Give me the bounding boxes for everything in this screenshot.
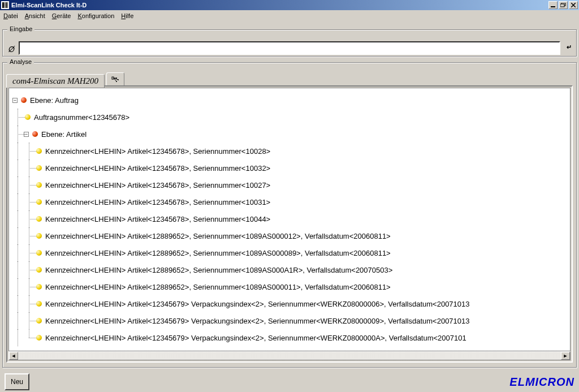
red-bullet-icon bbox=[21, 97, 27, 103]
menu-geraete[interactable]: Geräte bbox=[52, 12, 71, 19]
tabstrip: com4-Elmiscan MAH200 bbox=[6, 72, 573, 85]
yellow-bullet-icon bbox=[36, 267, 42, 273]
eingabe-input[interactable] bbox=[19, 41, 560, 55]
tree-label: Kennzeichner<LHEHIN> Artikel<12345679> V… bbox=[45, 317, 470, 325]
tree-label: Kennzeichner<LHEHIN> Artikel<12345679> V… bbox=[45, 300, 470, 308]
tree-row[interactable]: Kennzeichner<LHEHIN> Artikel<12889652>, … bbox=[12, 261, 570, 278]
tree-label: Kennzeichner<LHEHIN> Artikel<12345678>, … bbox=[45, 147, 270, 156]
tree-expander[interactable]: − bbox=[12, 98, 18, 103]
tree-panel: −Ebene: AuftragAuftragsnummer<12345678>−… bbox=[6, 85, 573, 363]
eingabe-group: Eingabe Ø ↵ bbox=[2, 29, 577, 57]
tab-options[interactable] bbox=[106, 72, 124, 86]
tree-row[interactable]: Kennzeichner<LHEHIN> Artikel<12345679> V… bbox=[12, 295, 570, 312]
bottom-bar: Neu ELMICRON bbox=[0, 372, 579, 392]
yellow-bullet-icon bbox=[36, 165, 42, 171]
menu-konfiguration[interactable]: Konfiguration bbox=[77, 12, 114, 19]
horizontal-scrollbar[interactable]: ◄ ► bbox=[8, 351, 571, 360]
yellow-bullet-icon bbox=[36, 216, 42, 222]
yellow-bullet-icon bbox=[36, 284, 42, 290]
tree-row[interactable]: Kennzeichner<LHEHIN> Artikel<12345678>, … bbox=[12, 160, 570, 176]
close-button[interactable] bbox=[569, 1, 578, 9]
tree-label: Kennzeichner<LHEHIN> Artikel<12345678>, … bbox=[45, 164, 270, 173]
red-bullet-icon bbox=[32, 131, 38, 137]
menu-ansicht[interactable]: Ansicht bbox=[25, 12, 45, 19]
eingabe-legend: Eingabe bbox=[7, 25, 34, 32]
tree-label: Kennzeichner<LHEHIN> Artikel<12345679> V… bbox=[45, 334, 466, 342]
tree-row[interactable]: Kennzeichner<LHEHIN> Artikel<12889652>, … bbox=[12, 278, 570, 295]
tree-row[interactable]: Kennzeichner<LHEHIN> Artikel<12345679> V… bbox=[12, 329, 570, 346]
brand-logo: ELMICRON bbox=[509, 376, 574, 389]
tree-label: Kennzeichner<LHEHIN> Artikel<12889652>, … bbox=[45, 266, 392, 274]
tree-row[interactable]: Kennzeichner<LHEHIN> Artikel<12345678>, … bbox=[12, 210, 570, 227]
yellow-bullet-icon bbox=[36, 335, 42, 341]
svg-rect-6 bbox=[560, 4, 564, 7]
svg-rect-4 bbox=[551, 6, 555, 7]
tree-label: Kennzeichner<LHEHIN> Artikel<12889652>, … bbox=[45, 283, 391, 291]
tree-label: Ebene: Auftrag bbox=[30, 96, 79, 105]
minimize-button[interactable] bbox=[548, 1, 558, 9]
scroll-left-button[interactable]: ◄ bbox=[9, 352, 18, 360]
tree-row[interactable]: Auftragsnummer<12345678> bbox=[12, 109, 570, 126]
tree-label: Ebene: Artikel bbox=[41, 130, 87, 139]
tree-row[interactable]: Kennzeichner<LHEHIN> Artikel<12889652>, … bbox=[12, 227, 570, 244]
tab-device[interactable]: com4-Elmiscan MAH200 bbox=[6, 74, 105, 88]
tree-label: Kennzeichner<LHEHIN> Artikel<12345678>, … bbox=[45, 215, 270, 223]
window-title: Elmi-ScanLink Check It-D bbox=[11, 2, 548, 8]
menu-hilfe[interactable]: Hilfe bbox=[121, 12, 133, 19]
scan-icon: Ø bbox=[8, 45, 15, 54]
tree-label: Kennzeichner<LHEHIN> Artikel<12345678>, … bbox=[45, 181, 270, 189]
tree-label: Kennzeichner<LHEHIN> Artikel<12889652>, … bbox=[45, 232, 391, 240]
yellow-bullet-icon bbox=[36, 318, 42, 324]
tree-row[interactable]: −Ebene: Artikel bbox=[12, 126, 570, 143]
svg-rect-3 bbox=[7, 2, 8, 8]
tree-row[interactable]: Kennzeichner<LHEHIN> Artikel<12345679> V… bbox=[12, 312, 570, 329]
tree-row[interactable]: −Ebene: Auftrag bbox=[12, 92, 570, 109]
analyse-legend: Analyse bbox=[7, 58, 34, 65]
tree-row[interactable]: Kennzeichner<LHEHIN> Artikel<12345678>, … bbox=[12, 193, 570, 210]
tree-label: Auftragsnummer<12345678> bbox=[34, 113, 129, 122]
svg-rect-9 bbox=[112, 77, 114, 79]
tree-row[interactable]: Kennzeichner<LHEHIN> Artikel<12345678>, … bbox=[12, 176, 570, 193]
tree-row[interactable]: Kennzeichner<LHEHIN> Artikel<12889652>, … bbox=[12, 244, 570, 261]
yellow-bullet-icon bbox=[36, 148, 42, 154]
scroll-right-button[interactable]: ► bbox=[561, 352, 570, 360]
tree-row[interactable]: Kennzeichner<LHEHIN> Artikel<12345678>, … bbox=[12, 143, 570, 160]
yellow-bullet-icon bbox=[25, 114, 31, 120]
svg-rect-1 bbox=[5, 2, 5, 8]
tree-view[interactable]: −Ebene: AuftragAuftragsnummer<12345678>−… bbox=[8, 88, 571, 351]
yellow-bullet-icon bbox=[36, 250, 42, 256]
app-icon bbox=[1, 1, 9, 9]
neu-button[interactable]: Neu bbox=[5, 373, 29, 390]
yellow-bullet-icon bbox=[36, 199, 42, 205]
svg-rect-2 bbox=[6, 2, 7, 8]
tree-label: Kennzeichner<LHEHIN> Artikel<12889652>, … bbox=[45, 249, 391, 257]
enter-icon[interactable]: ↵ bbox=[567, 44, 572, 51]
yellow-bullet-icon bbox=[36, 233, 42, 239]
scroll-track[interactable] bbox=[18, 352, 561, 360]
menubar: Datei Ansicht Geräte Konfiguration Hilfe bbox=[0, 10, 579, 21]
restore-button[interactable] bbox=[559, 1, 568, 9]
menu-datei[interactable]: Datei bbox=[3, 12, 18, 19]
svg-rect-0 bbox=[2, 2, 4, 8]
yellow-bullet-icon bbox=[36, 301, 42, 307]
yellow-bullet-icon bbox=[36, 182, 42, 188]
analyse-group: Analyse com4-Elmiscan MAH200 −Ebene: Auf… bbox=[2, 62, 577, 368]
tree-label: Kennzeichner<LHEHIN> Artikel<12345678>, … bbox=[45, 198, 270, 206]
titlebar: Elmi-ScanLink Check It-D bbox=[0, 0, 579, 10]
